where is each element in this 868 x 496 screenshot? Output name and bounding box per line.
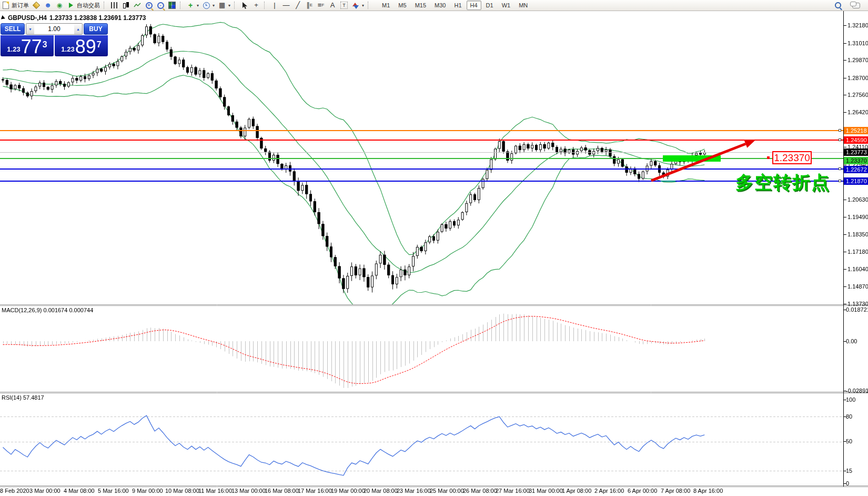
volume-value[interactable]: 1.00 — [34, 24, 74, 34]
text-button[interactable]: A — [327, 1, 338, 10]
new-order-button[interactable]: 新订单 — [0, 1, 31, 10]
chevron-down-icon: ▾ — [213, 3, 215, 8]
trendline-icon: ╱ — [294, 1, 302, 9]
signals-button[interactable]: ◉ — [54, 1, 65, 10]
buy-price-pip: 7 — [97, 42, 102, 47]
zoom-out-button[interactable]: - — [155, 1, 166, 10]
clock-icon — [202, 1, 210, 9]
volume-increase-button[interactable]: ▲ — [74, 24, 82, 34]
text-icon: A — [328, 1, 337, 9]
vertical-line-icon: | — [270, 1, 279, 9]
toolbar-grip — [368, 2, 371, 9]
timeframe-M30[interactable]: M30 — [431, 1, 449, 10]
chart-ohlc-values: 1.23733 1.23838 1.23691 1.23773 — [49, 14, 146, 22]
autotrading-label: 自动交易 — [77, 2, 100, 9]
zoom-in-button[interactable]: + — [143, 1, 155, 10]
chat-button[interactable] — [850, 1, 862, 10]
price-level-note[interactable]: 1.23370 — [772, 151, 812, 164]
channel-icon: ∥E — [305, 1, 314, 9]
tile-windows-button[interactable] — [166, 1, 178, 10]
candlestick-chart-icon — [122, 1, 130, 9]
toolbar: 新订单 ☻ ◉ 自动交易 + - +▾ ▾ ▦▾ + | ― ╱ ∥E ≡F A — [0, 0, 868, 11]
one-click-trading-panel: SELL ▼ 1.00 ▲ BUY 1.23773 1.23897 — [1, 23, 108, 56]
chart-pointer-icon — [1, 15, 6, 21]
sell-price-pip: 3 — [43, 42, 47, 47]
cursor-icon — [240, 1, 249, 9]
timeframe-MN[interactable]: MN — [515, 1, 531, 10]
horizontal-line-button[interactable]: ― — [280, 1, 292, 10]
zoom-out-icon: - — [156, 1, 165, 9]
trendline-button[interactable]: ╱ — [292, 1, 304, 10]
line-chart-button[interactable] — [132, 1, 143, 10]
volume-stepper: ▼ 1.00 ▲ — [26, 23, 83, 35]
indicators-add-button[interactable]: +▾ — [185, 1, 200, 10]
timeframe-group: M1M5M15M30H1H4D1W1MN — [378, 1, 532, 10]
arrows-icon — [351, 1, 360, 9]
trend-arrow[interactable] — [0, 0, 868, 496]
buy-button[interactable]: BUY — [84, 23, 108, 35]
templates-button[interactable]: ▦▾ — [216, 1, 232, 10]
chevron-down-icon: ▾ — [362, 3, 364, 8]
profile-diamond-icon — [32, 1, 41, 9]
crosshair-button[interactable]: + — [250, 1, 262, 10]
trend-arrow-head — [744, 140, 755, 148]
indicators-add-icon: + — [186, 1, 195, 9]
channel-button[interactable]: ∥E — [304, 1, 315, 10]
chevron-down-icon: ▾ — [228, 3, 230, 8]
search-button[interactable] — [833, 1, 845, 10]
fibonacci-button[interactable]: ≡F — [315, 1, 327, 10]
chevron-down-icon: ▾ — [197, 3, 199, 8]
vertical-line-button[interactable]: | — [269, 1, 280, 10]
timeframe-H4[interactable]: H4 — [467, 1, 481, 10]
fibonacci-icon: ≡F — [317, 1, 325, 9]
periods-button[interactable]: ▾ — [200, 1, 216, 10]
sell-button[interactable]: SELL — [1, 23, 25, 35]
profile-button[interactable] — [31, 1, 42, 10]
sell-price-display[interactable]: 1.23773 — [1, 35, 54, 56]
text-label-button[interactable]: T — [338, 1, 350, 10]
crosshair-icon: + — [252, 1, 260, 9]
sell-price-prefix: 1.23 — [7, 44, 20, 55]
tile-windows-icon — [168, 1, 176, 9]
line-chart-icon — [133, 1, 142, 9]
timeframe-M5[interactable]: M5 — [395, 1, 410, 10]
arrows-button[interactable]: ▾ — [350, 1, 366, 10]
bar-chart-button[interactable] — [108, 1, 120, 10]
autotrading-button[interactable]: 自动交易 — [65, 1, 102, 10]
timeframe-D1[interactable]: D1 — [482, 1, 497, 10]
buy-price-prefix: 1.23 — [61, 44, 74, 55]
templates-grid-icon: ▦ — [218, 1, 226, 9]
timeframe-W1[interactable]: W1 — [498, 1, 514, 10]
timeframe-M1[interactable]: M1 — [378, 1, 393, 10]
toolbar-grip — [180, 2, 183, 9]
timeframe-H1[interactable]: H1 — [450, 1, 465, 10]
volume-decrease-button[interactable]: ▼ — [26, 24, 34, 34]
chart-title: GBPUSD-,H4 1.23733 1.23838 1.23691 1.237… — [2, 14, 146, 22]
buy-price-big-digits: 89 — [75, 39, 96, 55]
new-order-icon — [2, 1, 10, 9]
green-line-anchor-handle — [767, 156, 770, 159]
text-label-icon: T — [340, 1, 348, 9]
trend-arrow-shaft — [651, 144, 745, 181]
autotrading-play-icon — [67, 1, 75, 9]
toolbar-grip — [264, 2, 267, 9]
buy-price-display[interactable]: 1.23897 — [55, 35, 108, 56]
horizontal-line-icon: ― — [282, 1, 290, 9]
sell-price-big-digits: 77 — [21, 39, 42, 55]
bar-chart-icon — [110, 1, 118, 9]
zoom-in-icon: + — [145, 1, 153, 9]
chart-symbol-timeframe: GBPUSD-,H4 — [8, 14, 47, 22]
cursor-button[interactable] — [239, 1, 250, 10]
pivot-point-note[interactable]: 多空转折点 — [735, 171, 830, 195]
new-order-label: 新订单 — [12, 2, 29, 9]
signals-icon: ◉ — [55, 1, 64, 9]
chat-icon — [852, 1, 860, 9]
mt4-terminal-window: 新订单 ☻ ◉ 自动交易 + - +▾ ▾ ▦▾ + | ― ╱ ∥E ≡F A — [0, 0, 868, 496]
market-watch-button[interactable]: ☻ — [42, 1, 54, 10]
market-watch-icon: ☻ — [44, 1, 52, 9]
search-icon — [835, 1, 843, 9]
candlestick-chart-button[interactable] — [120, 1, 132, 10]
toolbar-grip — [104, 2, 107, 9]
toolbar-grip — [234, 2, 237, 9]
timeframe-M15[interactable]: M15 — [411, 1, 430, 10]
